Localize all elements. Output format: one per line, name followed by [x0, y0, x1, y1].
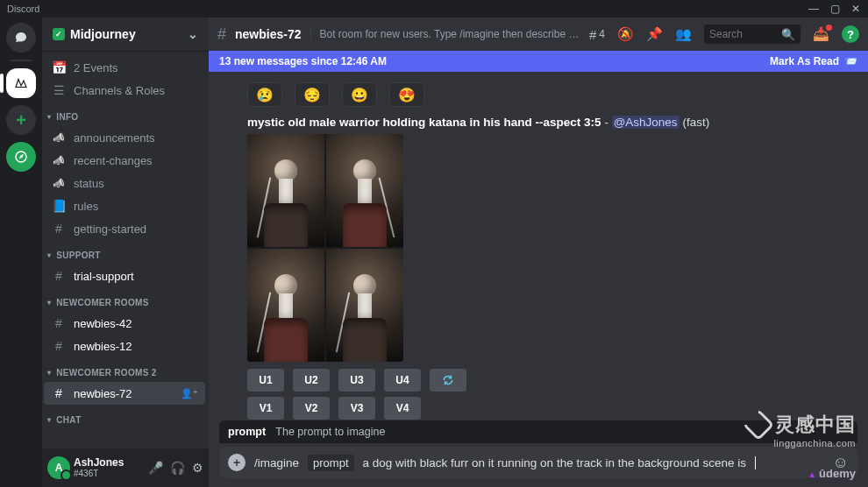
- rules-icon: 📘: [51, 199, 67, 213]
- slash-command: /imagine: [254, 456, 299, 469]
- message-list: 😢 😔 😀 😍 mystic old male warrior holding …: [209, 72, 868, 420]
- user-tag: #436T: [74, 469, 124, 478]
- hash-lock-icon: #: [51, 386, 67, 400]
- chevron-down-icon: ⌄: [188, 27, 198, 41]
- inbox-icon[interactable]: 📥: [813, 26, 829, 42]
- new-messages-text: 13 new messages since 12:46 AM: [219, 55, 387, 67]
- channel-status[interactable]: status: [44, 172, 205, 194]
- help-icon[interactable]: ?: [842, 25, 859, 43]
- typed-text[interactable]: a dog with black furr on it running on t…: [363, 456, 747, 469]
- hint-arg-desc: The prompt to imagine: [275, 426, 385, 438]
- pinned-icon[interactable]: 📌: [646, 26, 663, 42]
- deafen-icon[interactable]: 🎧: [170, 461, 185, 475]
- channel-recent-changes[interactable]: recent-changes: [44, 149, 205, 172]
- channels-roles-label: Channels & Roles: [74, 84, 165, 97]
- megaphone-icon: [51, 132, 67, 144]
- invite-icon[interactable]: 👤⁺: [181, 388, 198, 399]
- add-server-button[interactable]: +: [6, 105, 36, 135]
- image-grid[interactable]: [247, 134, 403, 362]
- category-support[interactable]: SUPPORT: [44, 245, 205, 265]
- channel-newbies-72[interactable]: # newbies-72 👤⁺: [44, 382, 205, 405]
- new-messages-bar[interactable]: 13 new messages since 12:46 AM Mark As R…: [209, 51, 868, 72]
- notifications-icon[interactable]: 🔕: [617, 26, 634, 42]
- button-u3[interactable]: U3: [338, 369, 375, 392]
- window-maximize-icon[interactable]: ▢: [829, 3, 840, 15]
- main-content: # newbies-72 Bot room for new users. Typ…: [209, 18, 868, 487]
- message-input[interactable]: + /imagine prompt a dog with black furr …: [219, 447, 857, 478]
- hash-icon: #: [217, 25, 226, 44]
- button-u2[interactable]: U2: [293, 369, 330, 392]
- channel-newbies-42[interactable]: #newbies-42: [44, 312, 205, 335]
- window-controls: — ▢ ✕: [808, 3, 861, 15]
- category-newcomer-2[interactable]: NEWCOMER ROOMS 2: [44, 363, 205, 382]
- mark-read-icon: 📨: [844, 55, 857, 67]
- image-thumb-4[interactable]: [326, 249, 403, 362]
- guild-separator: [11, 60, 32, 61]
- mention-user[interactable]: @AshJones: [612, 116, 679, 129]
- events-label: 2 Events: [74, 61, 118, 74]
- user-avatar[interactable]: A: [47, 456, 70, 479]
- events-item[interactable]: 📅 2 Events: [44, 56, 205, 79]
- button-v4[interactable]: V4: [384, 397, 421, 420]
- message-mode: (fast): [682, 116, 709, 129]
- caret-icon: [755, 456, 756, 469]
- window-titlebar: Discord — ▢ ✕: [0, 0, 868, 18]
- app-name: Discord: [7, 4, 39, 14]
- channel-rules[interactable]: 📘rules: [44, 194, 205, 217]
- dm-home-button[interactable]: [6, 23, 36, 53]
- channel-newbies-12[interactable]: #newbies-12: [44, 335, 205, 357]
- channel-getting-started[interactable]: #getting-started: [44, 217, 205, 240]
- button-u1[interactable]: U1: [247, 369, 284, 392]
- verified-badge-icon: ✓: [53, 28, 65, 40]
- reaction-button[interactable]: 😔: [295, 82, 330, 107]
- calendar-icon: 📅: [51, 60, 67, 74]
- window-minimize-icon[interactable]: —: [808, 3, 819, 15]
- category-info[interactable]: INFO: [44, 107, 205, 126]
- channel-header: # newbies-72 Bot room for new users. Typ…: [209, 18, 868, 51]
- button-v1[interactable]: V1: [247, 397, 284, 420]
- message-prompt: mystic old male warrior holding katana i…: [247, 116, 601, 129]
- reaction-button[interactable]: 😍: [389, 82, 424, 107]
- reaction-button[interactable]: 😢: [247, 82, 282, 107]
- button-reroll[interactable]: [430, 369, 466, 392]
- category-chat[interactable]: CHAT: [44, 410, 205, 429]
- image-thumb-3[interactable]: [247, 249, 324, 362]
- upscale-row: U1 U2 U3 U4: [247, 369, 854, 392]
- image-thumb-2[interactable]: [326, 134, 403, 247]
- image-thumb-1[interactable]: [247, 134, 324, 247]
- browse-icon: ☰: [51, 83, 67, 97]
- megaphone-icon: [51, 155, 67, 166]
- button-v3[interactable]: V3: [338, 397, 375, 420]
- user-panel: A AshJones #436T 🎤 🎧 ⚙: [42, 448, 209, 487]
- emoji-picker-icon[interactable]: ☺: [833, 454, 849, 472]
- reaction-button[interactable]: 😀: [342, 82, 377, 107]
- category-newcomer[interactable]: NEWCOMER ROOMS: [44, 293, 205, 312]
- threads-icon[interactable]: #4: [589, 27, 605, 42]
- user-display-name: AshJones: [74, 457, 124, 469]
- message-text: mystic old male warrior holding katana i…: [247, 116, 854, 129]
- user-name-block[interactable]: AshJones #436T: [74, 457, 124, 478]
- channels-roles-item[interactable]: ☰ Channels & Roles: [44, 79, 205, 102]
- channel-trial-support[interactable]: #trial-support: [44, 265, 205, 287]
- attach-button[interactable]: +: [228, 454, 245, 471]
- button-u4[interactable]: U4: [384, 369, 421, 392]
- channel-topic[interactable]: Bot room for new users. Type /imagine th…: [310, 28, 580, 40]
- explore-servers-button[interactable]: [6, 142, 36, 172]
- mute-mic-icon[interactable]: 🎤: [148, 461, 163, 475]
- search-input[interactable]: 🔍: [704, 25, 800, 44]
- search-field[interactable]: [709, 28, 771, 40]
- autocomplete-hint[interactable]: prompt The prompt to imagine: [219, 420, 857, 443]
- guild-midjourney[interactable]: [6, 68, 36, 98]
- hash-icon: #: [51, 222, 67, 236]
- search-icon: 🔍: [781, 28, 795, 41]
- hint-arg-name: prompt: [228, 426, 266, 438]
- guild-column: +: [0, 18, 42, 487]
- member-list-icon[interactable]: 👥: [675, 26, 692, 42]
- window-close-icon[interactable]: ✕: [850, 3, 861, 15]
- channel-announcements[interactable]: announcements: [44, 126, 205, 149]
- server-header[interactable]: ✓ Midjourney ⌄: [42, 18, 209, 51]
- mark-as-read-button[interactable]: Mark As Read 📨: [770, 55, 857, 67]
- user-settings-icon[interactable]: ⚙: [192, 461, 203, 475]
- button-v2[interactable]: V2: [293, 397, 330, 420]
- megaphone-icon: [51, 178, 67, 189]
